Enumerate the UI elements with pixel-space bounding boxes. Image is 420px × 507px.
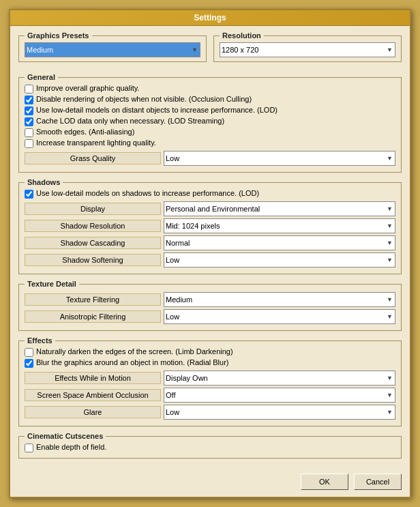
graphics-presets-wrapper: Medium Low High Ultra [25,42,200,57]
cinematic-label: Cinematic Cutscenes [25,432,106,440]
glare-select-cell: Off Low Medium High [164,405,395,420]
shadow-resolution-wrapper: Low: 512 pixels Mid: 1024 pixels High: 2… [164,218,395,233]
texture-filtering-label: Texture Filtering [25,293,161,306]
effects-cb1[interactable] [25,348,33,357]
anisotropic-filtering-wrapper: Off Low Medium High [164,309,395,324]
shadow-display-wrapper: Personal and Environmental Personal Only… [164,201,395,216]
shadow-softening-select[interactable]: Off Low Medium High [164,252,395,267]
dialog-title: Settings [194,13,226,23]
shadow-resolution-select-cell: Low: 512 pixels Mid: 1024 pixels High: 2… [164,218,395,233]
shadow-resolution-row: Shadow Resolution Low: 512 pixels Mid: 1… [25,218,395,233]
shadow-cascading-label: Shadow Cascading [25,237,161,249]
cinematic-cb[interactable] [25,444,33,452]
general-cb4-row: Cache LOD data only when necessary. (LOD… [25,117,395,126]
general-cb4[interactable] [25,117,33,126]
resolution-label: Resolution [220,31,264,40]
shadow-display-select-cell: Personal and Environmental Personal Only… [164,201,395,216]
top-row: Graphics Presets Medium Low High Ultra R… [18,31,402,68]
effects-cb1-row: Naturally darken the edges of the screen… [25,347,395,357]
texture-detail-label: Texture Detail [25,280,79,288]
effects-cb2[interactable] [25,359,33,368]
shadow-resolution-select[interactable]: Low: 512 pixels Mid: 1024 pixels High: 2… [164,218,395,233]
general-cb2[interactable] [25,96,33,104]
general-cb4-label: Cache LOD data only when necessary. (LOD… [36,117,224,125]
shadow-cascading-row: Shadow Cascading Off Low Normal High [25,235,395,250]
shadow-display-row: Display Personal and Environmental Perso… [25,201,395,216]
general-cb6[interactable] [25,139,33,148]
effects-cb2-row: Blur the graphics around an object in mo… [25,358,395,368]
effects-cb2-label: Blur the graphics around an object in mo… [36,358,228,366]
general-cb1-row: Improve overall graphic quality. [25,84,395,93]
cancel-button[interactable]: Cancel [354,474,402,490]
ssao-row: Screen Space Ambient Occlusion Off Low M… [25,388,395,403]
shadow-display-select[interactable]: Personal and Environmental Personal Only… [164,201,395,216]
resolution-select[interactable]: 1280 x 720 800 x 600 1024 x 768 1920 x 1… [220,42,395,57]
shadow-softening-row: Shadow Softening Off Low Medium High [25,252,395,267]
ssao-select[interactable]: Off Low Medium High [164,388,395,403]
shadow-softening-label: Shadow Softening [25,254,161,266]
shadow-cascading-select-cell: Off Low Normal High [164,235,395,250]
grass-quality-select[interactable]: Low Medium High [164,151,395,166]
glare-row: Glare Off Low Medium High [25,405,395,420]
settings-dialog: Settings Graphics Presets Medium Low Hig… [9,9,411,498]
effects-motion-select-cell: Off Display Own Display All [164,371,395,386]
effects-label: Effects [25,336,55,345]
graphics-presets-group: Graphics Presets Medium Low High Ultra [18,31,207,62]
general-cb3[interactable] [25,106,33,115]
shadow-softening-wrapper: Off Low Medium High [164,252,395,267]
shadow-cascading-wrapper: Off Low Normal High [164,235,395,250]
ssao-wrapper: Off Low Medium High [164,388,395,403]
resolution-group: Resolution 1280 x 720 800 x 600 1024 x 7… [213,31,402,62]
general-cb6-label: Increase transparent lighting quality. [36,139,156,147]
shadow-cascading-select[interactable]: Off Low Normal High [164,235,395,250]
cinematic-group: Cinematic Cutscenes Enable depth of fiel… [18,432,402,459]
glare-label: Glare [25,406,161,418]
texture-filtering-select-cell: Low Medium High [164,292,395,307]
anisotropic-filtering-select[interactable]: Off Low Medium High [164,309,395,324]
bottom-buttons-area: OK Cancel [10,469,410,497]
shadows-label: Shadows [25,178,63,186]
general-cb5-row: Smooth edges. (Anti-aliasing) [25,128,395,137]
effects-motion-label: Effects While in Motion [25,372,161,384]
shadow-resolution-label: Shadow Resolution [25,220,161,232]
effects-motion-row: Effects While in Motion Off Display Own … [25,371,395,386]
general-cb1[interactable] [25,85,33,93]
effects-motion-wrapper: Off Display Own Display All [164,371,395,386]
shadows-group: Shadows Use low-detail models on shadows… [18,178,402,274]
shadow-lod-cb[interactable] [25,190,33,199]
title-bar: Settings [10,10,410,26]
general-cb5-label: Smooth edges. (Anti-aliasing) [36,128,134,136]
glare-select[interactable]: Off Low Medium High [164,405,395,420]
shadow-softening-select-cell: Off Low Medium High [164,252,395,267]
ssao-select-cell: Off Low Medium High [164,388,395,403]
grass-quality-select-cell: Low Medium High [164,151,395,166]
grass-quality-label: Grass Quality [25,152,161,164]
general-cb2-label: Disable rendering of objects when not vi… [36,95,252,103]
shadow-lod-row: Use low-detail models on shadows to incr… [25,189,395,199]
texture-filtering-select[interactable]: Low Medium High [164,292,395,307]
ssao-label: Screen Space Ambient Occlusion [25,389,161,401]
general-cb2-row: Disable rendering of objects when not vi… [25,95,395,104]
anisotropic-filtering-label: Anisotropic Filtering [25,310,161,323]
cinematic-cb-row: Enable depth of field. [25,443,395,452]
general-label: General [25,73,58,81]
general-cb5[interactable] [25,128,33,137]
texture-filtering-row: Texture Filtering Low Medium High [25,292,395,307]
effects-group: Effects Naturally darken the edges of th… [18,336,402,426]
resolution-wrapper: 1280 x 720 800 x 600 1024 x 768 1920 x 1… [220,42,395,57]
glare-wrapper: Off Low Medium High [164,405,395,420]
grass-quality-row: Grass Quality Low Medium High [25,151,395,166]
shadow-lod-label: Use low-detail models on shadows to incr… [36,189,259,197]
general-cb3-row: Use low-detail models on distant objects… [25,106,395,115]
texture-filtering-wrapper: Low Medium High [164,292,395,307]
shadow-display-label: Display [25,203,161,215]
anisotropic-filtering-select-cell: Off Low Medium High [164,309,395,324]
grass-quality-wrapper: Low Medium High [164,151,395,166]
general-cb3-label: Use low-detail models on distant objects… [36,106,278,114]
texture-detail-group: Texture Detail Texture Filtering Low Med… [18,280,402,331]
effects-cb1-label: Naturally darken the edges of the screen… [36,347,233,356]
ok-button[interactable]: OK [301,474,348,490]
effects-motion-select[interactable]: Off Display Own Display All [164,371,395,386]
graphics-presets-select[interactable]: Medium Low High Ultra [25,42,200,57]
general-group: General Improve overall graphic quality.… [18,73,402,173]
